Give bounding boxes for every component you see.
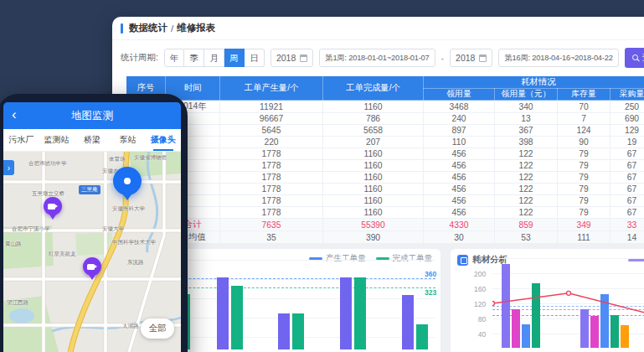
period-option-日[interactable]: 日 <box>245 49 265 67</box>
bar-完成工单量 <box>354 277 366 349</box>
camera-icon <box>87 264 95 270</box>
period-option-季[interactable]: 季 <box>184 49 204 67</box>
calendar-icon <box>300 54 307 62</box>
phone-mockup: ‹ 地图监测 污水厂监测站桥梁泵站摄像头 合肥市琥珀中学体育场安徽农业大学安徽省 <box>0 94 188 352</box>
map-poi-label: 中国科学技术大学 <box>112 239 156 246</box>
consumable-bar-chart: 2402001601208040 <box>451 249 644 352</box>
bar-产生工单量 <box>402 295 414 349</box>
trend-line <box>492 249 644 348</box>
period-segmented-control: 年季月周日 <box>164 49 265 67</box>
show-all-button[interactable]: 全部 <box>141 318 174 339</box>
breadcrumb-section[interactable]: 数据统计 <box>129 22 167 34</box>
col-group-consumables: 耗材情况 <box>424 76 644 89</box>
y-axis-tick: 160 <box>454 285 486 293</box>
period-option-周[interactable]: 周 <box>224 49 245 67</box>
map-poi-label: 望江西路 <box>7 299 28 307</box>
y-axis-tick: 240 <box>454 255 486 263</box>
breadcrumb-page: 维修报表 <box>177 22 215 34</box>
to-year-select[interactable]: 2018 <box>450 49 492 67</box>
from-year-select[interactable]: 2018 <box>270 49 313 67</box>
phone-header: ‹ 地图监测 <box>3 102 181 129</box>
breadcrumb-accent <box>121 23 123 34</box>
col-header-created: 工单产生量/个 <box>220 76 323 101</box>
map-poi-label: 合肥市宁溪小学 <box>12 225 50 233</box>
map-poi-label: 安徽医科大学 <box>112 205 145 213</box>
phone-tab-泵站[interactable]: 泵站 <box>110 129 145 151</box>
consumable-chart-card: 耗材分析 2402001601208040 <box>451 249 644 352</box>
y-axis-tick: 80 <box>454 315 486 324</box>
map-poi-label: 红星美凯龙 <box>49 251 76 258</box>
camera-pin[interactable] <box>83 257 101 276</box>
breadcrumb: 数据统计 / 维修报表 <box>112 17 644 40</box>
period-option-月[interactable]: 月 <box>204 49 224 67</box>
period-label: 统计周期: <box>121 52 158 64</box>
camera-pin[interactable] <box>44 197 62 215</box>
repair-report-panel: 数据统计 / 维修报表 统计周期: 年季月周日 2018 第1周: 2018-0… <box>112 17 644 352</box>
bar-产生工单量 <box>340 277 352 349</box>
table-row: 2202071103989019 <box>126 137 644 148</box>
repair-report-table: 序号 时间 工单产生量/个 工单完成量/个 耗材情况 领用量 领用量（元） 库存… <box>126 75 644 244</box>
table-row: 56455658897367124129 <box>126 125 644 137</box>
search-icon <box>632 54 639 61</box>
map-poi-label: 合肥市琥珀中学 <box>28 160 67 168</box>
charts-section: 产生工单量完成工单量 360323 耗材分析 2402001601208040 <box>112 244 644 352</box>
table-row: 177811604561227967 <box>126 148 644 160</box>
bar-产生工单量 <box>278 313 290 349</box>
to-year-value: 2018 <box>456 53 475 63</box>
col-header-completed: 工单完成量/个 <box>323 76 424 101</box>
y-axis-tick: 120 <box>454 300 486 308</box>
table-row: 177811604561227967 <box>126 195 644 207</box>
table-row: 177811604561227967 <box>126 184 644 195</box>
road-name-badge: 三里庵 <box>79 185 100 194</box>
y-axis-tick: 40 <box>454 330 486 339</box>
phone-tab-bar: 污水厂监测站桥梁泵站摄像头 <box>3 129 181 152</box>
map-poi-label: 安徽大学 <box>102 225 124 233</box>
reference-line-label: 360 <box>425 270 436 278</box>
to-week-select[interactable]: 第16周: 2018-04-16~2018-04-22 <box>498 49 618 67</box>
period-option-年[interactable]: 年 <box>164 49 184 67</box>
calendar-icon <box>479 54 487 62</box>
from-week-select[interactable]: 第1周: 2018-01-01~2018-01-07 <box>319 49 435 67</box>
reference-line-label: 323 <box>425 288 436 297</box>
map-poi-label: 黄山路 <box>5 241 22 248</box>
table-row: 177811604561227967 <box>126 207 644 219</box>
filter-bar: 统计周期: 年季月周日 2018 第1周: 2018-01-01~2018-01… <box>112 40 644 75</box>
total-row: 合计763555390433085934933 <box>126 219 644 231</box>
from-year-value: 2018 <box>276 53 296 63</box>
table-row: 96667786240137690 <box>126 113 644 125</box>
table-row: 177811604561227967 <box>126 160 644 172</box>
phone-page-title: 地图监测 <box>71 109 113 123</box>
bar-产生工单量 <box>217 277 229 349</box>
camera-icon <box>48 204 55 210</box>
map-view[interactable]: 合肥市琥珀中学体育场安徽农业大学安徽省博物馆五里墩立交桥合肥市宁溪小学安徽医科大… <box>3 152 181 352</box>
bar-完成工单量 <box>416 324 428 349</box>
phone-tab-污水厂[interactable]: 污水厂 <box>3 129 39 151</box>
map-poi-label: 五里墩立交桥 <box>32 190 64 198</box>
col-sub-3: 采购量 <box>611 89 644 101</box>
map-poi-label: 太湖路 <box>122 323 139 330</box>
map-poi-label: 安徽省博物馆 <box>134 154 167 162</box>
col-sub-2: 库存量 <box>558 89 611 101</box>
map-poi-label: 东流路 <box>127 259 144 267</box>
selected-location-pin[interactable] <box>113 167 142 195</box>
phone-tab-摄像头[interactable]: 摄像头 <box>146 129 181 151</box>
bar-完成工单量 <box>231 286 243 349</box>
col-sub-0: 领用量 <box>424 89 495 101</box>
col-sub-1: 领用量（元） <box>495 89 558 101</box>
average-row: 平均值35390305311114 <box>126 231 644 244</box>
bar-完成工单量 <box>292 313 304 349</box>
range-separator: - <box>441 53 445 63</box>
y-axis-tick: 200 <box>454 270 486 278</box>
table-row: 177811604561227967 <box>126 172 644 184</box>
back-icon[interactable]: ‹ <box>12 106 17 124</box>
breadcrumb-separator: / <box>171 23 173 34</box>
phone-tab-监测站[interactable]: 监测站 <box>39 129 74 151</box>
phone-tab-桥梁[interactable]: 桥梁 <box>75 129 110 151</box>
map-poi-label: 体育场 <box>109 156 126 163</box>
map-expand-toggle[interactable]: › <box>3 160 14 175</box>
table-row: 12014年119211160346834070250 <box>126 101 644 113</box>
query-button[interactable]: 查询 <box>625 48 644 68</box>
